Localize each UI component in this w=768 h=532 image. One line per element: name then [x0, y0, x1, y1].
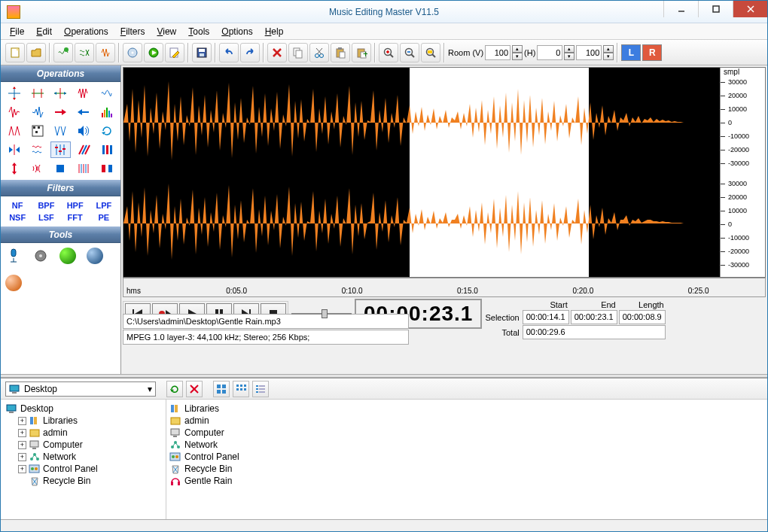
copy-button[interactable]: [288, 43, 308, 62]
folder-tree[interactable]: Desktop+Libraries+admin+Computer+Network…: [1, 400, 166, 519]
op-updown-icon[interactable]: [4, 160, 25, 177]
filter-nsf[interactable]: NSF: [5, 213, 29, 222]
menu-options[interactable]: Options: [215, 25, 258, 38]
refresh-button[interactable]: [166, 381, 183, 397]
cd-button[interactable]: [123, 43, 142, 62]
tree-node[interactable]: +Control Panel: [4, 463, 163, 475]
delete-button[interactable]: [267, 43, 287, 62]
wave-mix-icon[interactable]: [75, 43, 94, 62]
filter-nf[interactable]: NF: [5, 201, 29, 210]
menu-tools[interactable]: Tools: [182, 25, 215, 38]
op-left-arrow-icon[interactable]: [73, 104, 94, 120]
mic-tool-icon[interactable]: [5, 248, 22, 264]
open-button[interactable]: [26, 43, 46, 62]
right-channel-button[interactable]: R: [642, 44, 662, 61]
op-bars-icon[interactable]: [96, 141, 117, 158]
op-valley-icon[interactable]: [50, 123, 72, 139]
redo-button[interactable]: [240, 43, 260, 62]
menu-view[interactable]: View: [151, 25, 182, 38]
zoom-sel-button[interactable]: [421, 43, 440, 62]
left-channel-button[interactable]: L: [621, 44, 641, 61]
save-button[interactable]: [192, 43, 212, 62]
menu-help[interactable]: Help: [259, 25, 290, 38]
op-stripes-icon[interactable]: [73, 141, 94, 158]
op-waves2-icon[interactable]: [27, 160, 48, 177]
menu-filters[interactable]: Filters: [114, 25, 151, 38]
op-lines-icon[interactable]: [73, 160, 94, 177]
filter-lsf[interactable]: LSF: [34, 213, 58, 222]
op-bluewave-icon[interactable]: [96, 85, 117, 102]
list-item[interactable]: Computer: [169, 427, 764, 439]
room-h-from-spinner[interactable]: ▴▾: [537, 45, 574, 60]
view-large-button[interactable]: [213, 381, 230, 397]
waveform-display[interactable]: [123, 68, 720, 277]
paste-special-button[interactable]: +: [352, 43, 371, 62]
view-list-button[interactable]: [252, 381, 269, 397]
op-speaker-icon[interactable]: [73, 123, 94, 139]
expander-icon[interactable]: +: [18, 453, 26, 461]
room-h-to-spinner[interactable]: ▴▾: [576, 45, 614, 60]
expander-icon[interactable]: +: [18, 465, 26, 473]
file-list[interactable]: LibrariesadminComputerNetworkControl Pan…: [166, 400, 767, 519]
menu-file[interactable]: File: [4, 25, 30, 38]
close-button[interactable]: [733, 1, 767, 17]
maximize-button[interactable]: [698, 1, 733, 17]
filter-bpf[interactable]: BPF: [34, 201, 58, 210]
op-peak-icon[interactable]: [4, 123, 25, 139]
paste-button[interactable]: [331, 43, 350, 62]
new-button[interactable]: [5, 43, 25, 62]
wave-effect-icon[interactable]: [96, 43, 115, 62]
op-stereo-icon[interactable]: [96, 160, 117, 177]
op-multiwave-icon[interactable]: [27, 141, 48, 158]
minimize-button[interactable]: [663, 1, 698, 17]
room-v-spinner[interactable]: ▴▾: [485, 45, 523, 60]
filter-fft[interactable]: FFT: [63, 213, 87, 222]
op-fadeout-icon[interactable]: [4, 104, 25, 120]
filter-pe[interactable]: PE: [92, 213, 116, 222]
op-spectrum-icon[interactable]: [96, 104, 117, 120]
list-item[interactable]: admin: [169, 415, 764, 427]
tree-node[interactable]: +Network: [4, 451, 163, 463]
op-split-icon[interactable]: [4, 141, 25, 158]
list-item[interactable]: Libraries: [169, 403, 764, 415]
time-ruler[interactable]: hms 0:05.00:10.00:15.00:20.00:25.0: [123, 278, 766, 297]
list-item[interactable]: Network: [169, 439, 764, 451]
remove-button[interactable]: [186, 381, 203, 397]
location-combo[interactable]: Desktop: [5, 382, 156, 397]
op-fadein-icon[interactable]: [27, 104, 48, 120]
globe-tool-icon[interactable]: [87, 248, 103, 264]
op-rect-icon[interactable]: [50, 160, 72, 177]
op-trim-icon[interactable]: [27, 85, 48, 102]
expander-icon[interactable]: +: [18, 417, 26, 425]
tree-node[interactable]: +Libraries: [4, 415, 163, 427]
gear-tool-icon[interactable]: [32, 248, 49, 264]
filter-lpf[interactable]: LPF: [92, 201, 116, 210]
op-right-arrow-icon[interactable]: [50, 104, 72, 120]
list-item[interactable]: Control Panel: [169, 451, 764, 463]
expander-icon[interactable]: +: [18, 441, 26, 449]
zoom-out-button[interactable]: [400, 43, 419, 62]
view-small-button[interactable]: [233, 381, 249, 397]
op-loop-icon[interactable]: [96, 123, 117, 139]
zoom-in-button[interactable]: [379, 43, 398, 62]
op-eq-icon[interactable]: [50, 141, 72, 158]
tag-tool-icon[interactable]: [59, 248, 76, 264]
play-media-icon[interactable]: [144, 43, 163, 62]
tree-node[interactable]: +admin: [4, 427, 163, 439]
menu-operations[interactable]: Operations: [58, 25, 114, 38]
tree-node[interactable]: +Computer: [4, 439, 163, 451]
op-redwave-icon[interactable]: [73, 85, 94, 102]
op-shift-icon[interactable]: [50, 85, 72, 102]
filter-hpf[interactable]: HPF: [63, 201, 87, 210]
list-item[interactable]: Recycle Bin: [169, 463, 764, 475]
menu-edit[interactable]: Edit: [30, 25, 58, 38]
undo-button[interactable]: [219, 43, 239, 62]
tree-node[interactable]: Recycle Bin: [4, 475, 163, 487]
edit-note-icon[interactable]: [165, 43, 184, 62]
op-pattern-icon[interactable]: [27, 123, 48, 139]
tree-node[interactable]: Desktop: [4, 403, 163, 415]
wave-add-icon[interactable]: [53, 43, 73, 62]
expander-icon[interactable]: +: [18, 429, 26, 437]
list-item[interactable]: Gentle Rain: [169, 475, 764, 487]
ball-tool-icon[interactable]: [5, 275, 22, 291]
